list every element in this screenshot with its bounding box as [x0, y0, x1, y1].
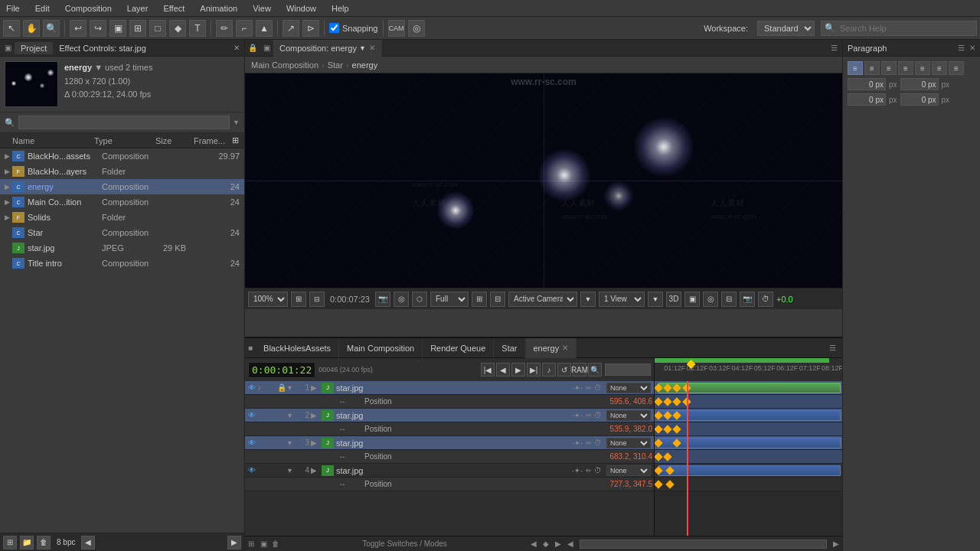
tool-text[interactable]: T — [189, 20, 206, 37]
layer-audio-1[interactable]: ♪ — [257, 383, 268, 392]
tl-loop[interactable]: ↺ — [557, 363, 571, 377]
file-item-maincomp[interactable]: ▶ C Main Co...ition Composition 24 — [0, 194, 244, 210]
time-ctrl[interactable]: ⏱ — [758, 292, 773, 307]
para-indent2-input[interactable] — [900, 78, 939, 90]
align-left-btn[interactable]: ≡ — [848, 61, 863, 75]
align-center-btn[interactable]: ≡ — [864, 61, 880, 75]
mode-select-2[interactable]: None — [606, 410, 651, 421]
align-justify-btn[interactable]: ≡ — [898, 61, 913, 75]
sw-2-2[interactable]: ✏ — [583, 410, 594, 421]
new-item-btn[interactable]: ⊞ — [3, 536, 17, 549]
layer-vis-3[interactable]: 👁 — [247, 439, 257, 447]
tool-pen[interactable]: ✏ — [216, 20, 233, 37]
panel-close-btn[interactable]: ✕ — [234, 44, 240, 52]
para-indent-input[interactable] — [848, 78, 886, 90]
menu-edit[interactable]: Edit — [32, 2, 53, 15]
flow-btn[interactable]: ◎ — [703, 292, 718, 307]
comp-expand-btn[interactable]: ▣ — [260, 44, 273, 52]
file-item-star[interactable]: C Star Composition 24 — [0, 225, 244, 240]
sw-2-1[interactable]: -✦- — [572, 410, 583, 421]
layer-collapse-3[interactable]: ▼ — [286, 439, 296, 447]
comp-tab-close[interactable]: ✕ — [369, 44, 375, 52]
layer-time-1[interactable]: ⏱ — [594, 383, 606, 392]
tool-paint[interactable]: ◆ — [169, 20, 186, 37]
pixel-btn[interactable]: ⊟ — [309, 292, 325, 307]
file-item-starjpg[interactable]: J star.jpg JPEG 29 KB — [0, 240, 244, 256]
align-justify-r-btn[interactable]: ≡ — [932, 61, 947, 75]
tl-play[interactable]: ▶ — [511, 363, 525, 377]
para-options-btn[interactable]: ☰ — [958, 44, 965, 52]
view-dropdown[interactable]: ▼ — [648, 292, 663, 307]
tl-timecode[interactable]: 0:00:01:22 — [248, 362, 315, 378]
layer-vis-2[interactable]: 👁 — [247, 411, 257, 419]
file-item-energy[interactable]: ▶ C energy Composition 24 — [0, 179, 244, 194]
menu-animation[interactable]: Animation — [197, 2, 240, 15]
fit-btn[interactable]: ⊞ — [291, 292, 306, 307]
project-search-input[interactable] — [18, 116, 230, 129]
tl-scroll-right[interactable]: ▶ — [830, 538, 842, 550]
tool-roto[interactable]: ↗ — [283, 20, 299, 37]
tool-select[interactable]: ↖ — [3, 20, 20, 37]
menu-layer[interactable]: Layer — [124, 2, 152, 15]
menu-help[interactable]: Help — [328, 2, 352, 15]
file-item-titleintro[interactable]: C Title intro Composition 24 — [0, 256, 244, 271]
tl-add-kf[interactable]: ◆ — [540, 538, 552, 550]
tool-mask[interactable]: □ — [149, 20, 166, 37]
tl-next-kf[interactable]: ▶ — [552, 538, 564, 550]
sw-4-2[interactable]: ✏ — [583, 465, 594, 476]
tl-new-item[interactable]: ⊞ — [245, 538, 257, 550]
tl-options-btn[interactable]: ☰ — [829, 344, 842, 352]
sw-1-1[interactable]: -✦- — [572, 383, 583, 393]
tl-tab-maincomp[interactable]: Main Composition — [339, 338, 423, 358]
tl-trash[interactable]: 🗑 — [270, 538, 282, 550]
comp-tab-dropdown[interactable]: ▼ — [359, 44, 366, 52]
project-tab[interactable]: Project — [15, 42, 53, 54]
menu-view[interactable]: View — [250, 2, 274, 15]
tool-preview[interactable]: ⊞ — [129, 20, 146, 37]
search-dropdown[interactable]: ▼ — [233, 119, 240, 126]
snapshot-btn[interactable]: 📷 — [375, 292, 390, 307]
tool-hand[interactable]: ✋ — [23, 20, 40, 37]
layer-row-1[interactable]: 👁 ♪ 🔒 ▼ 1 ▶ J star.jpg -✦- ✏ ⏱ — [245, 381, 654, 395]
layer-time-2[interactable]: ⏱ — [594, 411, 606, 419]
tl-ram[interactable]: RAM — [573, 363, 586, 377]
tl-tab-renderqueue[interactable]: Render Queue — [423, 338, 494, 358]
color-btn[interactable]: ◎ — [394, 292, 409, 307]
tl-prev-frame[interactable]: ◀ — [496, 363, 510, 377]
guide-btn[interactable]: ⊟ — [490, 292, 505, 307]
sw-1-2[interactable]: ✏ — [583, 383, 594, 393]
mode-select-3[interactable]: None — [606, 438, 651, 448]
mode-select-4[interactable]: None — [606, 465, 651, 476]
grid-btn[interactable]: ⊞ — [472, 292, 487, 307]
camera-select[interactable]: Active Camera — [508, 292, 577, 307]
layer-vis-4[interactable]: 👁 — [247, 466, 257, 474]
3d-btn[interactable]: 3D — [666, 292, 681, 307]
tool-zoom[interactable]: 🔍 — [43, 20, 60, 37]
snapping-checkbox[interactable] — [329, 23, 339, 33]
tl-tab-close[interactable]: ✕ — [562, 344, 568, 352]
file-item-blackholayers[interactable]: ▶ F BlackHo...ayers Folder — [0, 164, 244, 179]
breadcrumb-star[interactable]: Star — [328, 60, 343, 70]
tool-stamp[interactable]: ▲ — [256, 20, 273, 37]
tl-search[interactable]: 🔍 — [588, 363, 602, 377]
menu-composition[interactable]: Composition — [62, 2, 115, 15]
tl-search-input[interactable] — [605, 364, 651, 376]
layer-collapse-4[interactable]: ▼ — [286, 467, 296, 474]
layer-expand-2[interactable]: ▶ — [311, 411, 322, 419]
render-btn[interactable]: ▣ — [684, 292, 700, 307]
layer-time-3[interactable]: ⏱ — [594, 439, 606, 447]
tl-tab-blackholesassets[interactable]: BlackHolesAssets — [256, 338, 339, 358]
tool-render[interactable]: ▣ — [109, 20, 126, 37]
effect-controls-tab[interactable]: Effect Controls: star.jpg — [53, 42, 152, 54]
layer-expand-4[interactable]: ▶ — [311, 466, 322, 474]
tl-comp-btn[interactable]: ▣ — [257, 538, 270, 550]
sw-3-2[interactable]: ✏ — [583, 438, 594, 448]
camera-dropdown[interactable]: ▼ — [580, 292, 596, 307]
tl-tab-energy[interactable]: energy ✕ — [526, 338, 577, 358]
tl-tab-star[interactable]: Star — [494, 338, 525, 358]
menu-effect[interactable]: Effect — [160, 2, 188, 15]
para-space-after-input[interactable] — [900, 93, 939, 106]
tool-puppet[interactable]: ⊳ — [302, 20, 319, 37]
workspace-select[interactable]: Standard — [757, 21, 815, 36]
sw-3-1[interactable]: -✦- — [572, 438, 583, 448]
